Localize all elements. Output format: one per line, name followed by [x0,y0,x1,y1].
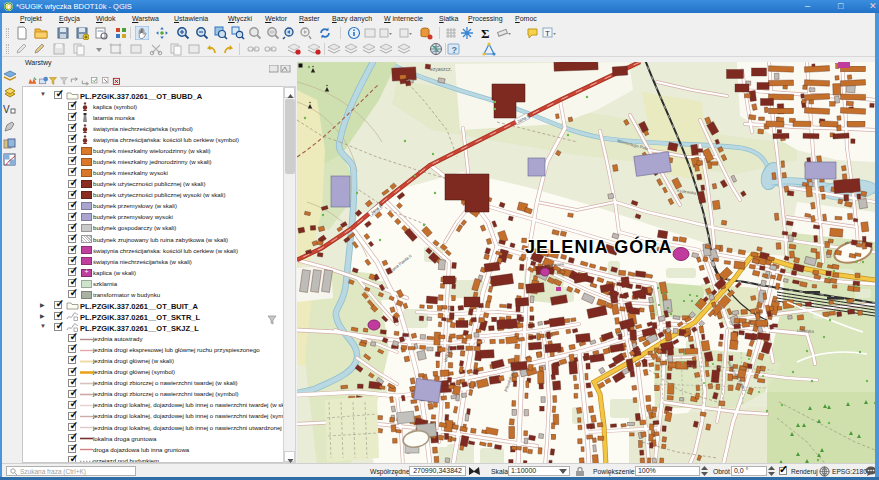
svg-text:ezyaszcz.: ezyaszcz. [430,66,452,72]
svg-text:JELENIA GÓRA: JELENIA GÓRA [525,236,673,257]
svg-text:Σ: Σ [481,26,490,40]
svg-text:V: V [3,104,10,115]
svg-text:Lubelska: Lubelska [797,328,815,334]
svg-text:Q: Q [6,3,11,11]
svg-text:T: T [545,29,550,38]
svg-text:?: ? [452,45,458,55]
